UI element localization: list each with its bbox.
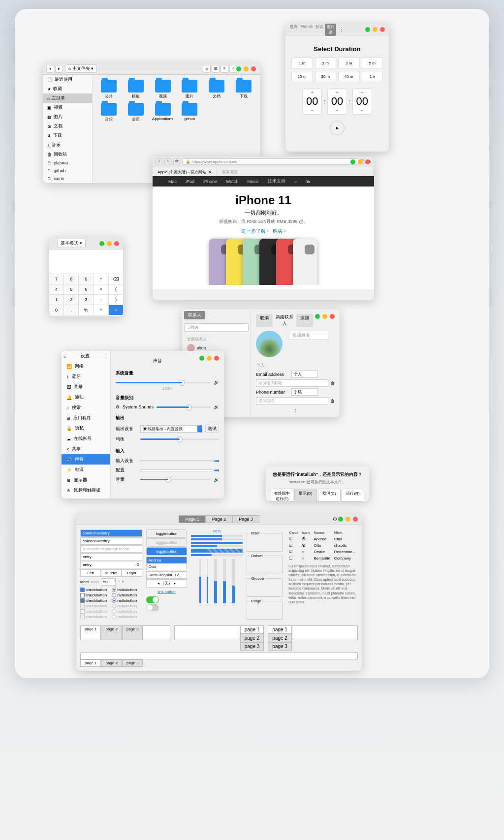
sidebar-downloads[interactable]: ⬇ 下载 <box>43 131 92 140</box>
nb1-tab1[interactable]: page 1 <box>80 625 101 640</box>
browser-tab[interactable]: Apple (中国大陆) - 官方网站 ✕ <box>153 167 217 176</box>
maximize-button[interactable] <box>358 159 363 164</box>
timer-tab-stopwatch[interactable]: 秒表 <box>314 24 325 36</box>
settings-item-1[interactable]: ᚼ蓝牙 <box>62 372 110 382</box>
switch-on[interactable] <box>146 596 159 603</box>
close-button[interactable] <box>251 66 256 71</box>
key-.[interactable]: . <box>64 305 78 315</box>
folder-documents[interactable]: 文档 <box>205 80 228 99</box>
minimize-button[interactable] <box>365 27 370 32</box>
nb2-tab2[interactable]: page 2 <box>240 634 264 642</box>
page1-tab[interactable]: Page 1 <box>179 515 206 523</box>
key-×[interactable]: × <box>94 284 108 294</box>
volume-slider[interactable] <box>116 382 211 383</box>
spin-down[interactable]: − <box>118 580 120 584</box>
close-button[interactable] <box>353 517 358 522</box>
nav-iphone[interactable]: iPhone <box>203 179 217 184</box>
key-1[interactable]: 1 <box>49 295 63 305</box>
nav-support[interactable]: 技术支持 <box>268 178 285 185</box>
key-8[interactable]: 8 <box>64 274 78 284</box>
seg-left[interactable]: Left <box>80 569 101 577</box>
email-input[interactable]: 添加电子邮箱 <box>256 379 328 387</box>
folder-downloads[interactable]: 下载 <box>232 80 255 99</box>
forward-button[interactable]: ▸ <box>55 65 63 73</box>
page3-tab[interactable]: Page 3 <box>232 515 259 523</box>
checkbutton-2[interactable]: checkbutton <box>80 598 107 603</box>
key-6[interactable]: 6 <box>79 284 93 294</box>
settings-item-6[interactable]: 🔒隐私 <box>62 423 110 434</box>
radiobutton-0[interactable]: radiobutton <box>112 588 137 592</box>
settings-item-2[interactable]: 🖼背景 <box>62 382 110 392</box>
add-button[interactable]: 添加 <box>296 314 313 327</box>
settings-item-11[interactable]: 🖥显示器 <box>62 475 110 485</box>
hours-plus[interactable]: + <box>304 90 320 95</box>
list-item-1[interactable]: Andrea <box>147 557 187 563</box>
checkbutton-1[interactable]: checkbutton <box>80 593 107 597</box>
more-icon[interactable]: ⋮ <box>256 408 335 414</box>
buy-link[interactable]: 购买 › <box>273 228 285 234</box>
settings-item-9[interactable]: 🔊声音 <box>62 454 110 465</box>
display-button[interactable]: 显示(D) <box>294 489 317 501</box>
close-button[interactable] <box>380 27 385 32</box>
clear-icon[interactable]: ⊘ <box>136 562 140 567</box>
settings-item-5[interactable]: ⊞应用程序 <box>62 413 110 423</box>
sidebar-icons-system[interactable]: 🗀 icons (system) <box>43 183 92 183</box>
key-)[interactable]: ) <box>109 295 123 305</box>
input-config-select[interactable] <box>140 469 219 471</box>
nb1-tab3[interactable]: page 3 <box>122 625 143 640</box>
key-0[interactable]: 0 <box>49 305 63 315</box>
view-icon[interactable]: ⊞ <box>212 65 220 73</box>
vscale-1[interactable] <box>199 559 201 603</box>
seconds-minus[interactable]: − <box>354 108 371 113</box>
sidebar-documents[interactable]: 🗎 文档 <box>43 122 92 131</box>
learn-more-link[interactable]: 进一步了解 › <box>241 228 269 234</box>
seconds-plus[interactable]: + <box>354 90 371 95</box>
key-⌫[interactable]: ⌫ <box>109 274 123 284</box>
close-button[interactable] <box>365 159 370 164</box>
minimize-button[interactable] <box>99 241 104 246</box>
input-device-select[interactable] <box>140 460 219 462</box>
nav-mac[interactable]: Mac <box>168 179 177 184</box>
nb2-tab3[interactable]: page 3 <box>240 642 264 651</box>
delete-icon[interactable]: 🗑 <box>330 399 335 404</box>
close-button[interactable] <box>114 241 119 246</box>
entry-1[interactable]: entry <box>80 553 142 560</box>
maximize-button[interactable] <box>322 314 327 319</box>
key-([interactable]: ( <box>109 284 123 294</box>
nav-music[interactable]: Music <box>247 179 259 184</box>
contact-avatar[interactable] <box>256 331 283 357</box>
minutes-plus[interactable]: + <box>329 90 346 95</box>
settings-item-7[interactable]: ☁在线帐号 <box>62 434 110 444</box>
play-button[interactable]: ▸ <box>330 121 345 135</box>
sidebar-starred[interactable]: ★ 收藏 <box>43 84 92 93</box>
tab-close-icon[interactable]: ✕ <box>208 170 212 174</box>
settings-item-12[interactable]: 🖱鼠标和触摸板 <box>62 485 110 496</box>
path-bar[interactable]: ⌂ 主文件夹 ▾ <box>65 64 97 73</box>
key-%[interactable]: % <box>79 305 93 315</box>
entry-hint[interactable]: Click icon to change mode <box>80 545 142 553</box>
settings-item-4[interactable]: ⌕搜索 <box>62 403 110 413</box>
key-4[interactable]: 4 <box>49 284 63 294</box>
new-tab-area[interactable]: 最常浏览 <box>217 167 374 176</box>
run-terminal-button[interactable]: 在终端中运行(T) <box>271 489 293 501</box>
maximize-button[interactable] <box>244 66 249 71</box>
sidebar-github[interactable]: 🗀 github <box>43 167 92 175</box>
vscale-2[interactable] <box>207 559 208 603</box>
preset-1m[interactable]: 1 m <box>291 58 313 69</box>
delete-icon[interactable]: 🗑 <box>330 381 335 386</box>
menu-icon[interactable]: ⋮ <box>104 354 108 359</box>
bag-icon[interactable]: 🛍 <box>306 179 310 184</box>
sidebar-plasma[interactable]: 🗀 plasma <box>43 159 92 167</box>
minimize-button[interactable] <box>338 517 343 522</box>
gear-icon[interactable]: ⚙ <box>333 516 337 522</box>
table-row[interactable]: ☑○OrvilleRedenbac... <box>287 549 357 555</box>
speaker-icon[interactable]: 🔊 <box>214 380 219 385</box>
spinbutton[interactable]: 50 <box>101 578 116 586</box>
nb4-tab3[interactable]: page 3 <box>122 659 143 667</box>
settings-item-3[interactable]: 🔔通知 <box>62 392 110 403</box>
search-icon[interactable]: ⌕ <box>294 179 297 184</box>
column-header[interactable]: Icon <box>300 530 311 535</box>
input-volume-slider[interactable] <box>140 479 211 480</box>
column-header[interactable]: Cool <box>287 530 299 535</box>
minutes-minus[interactable]: − <box>329 108 346 113</box>
